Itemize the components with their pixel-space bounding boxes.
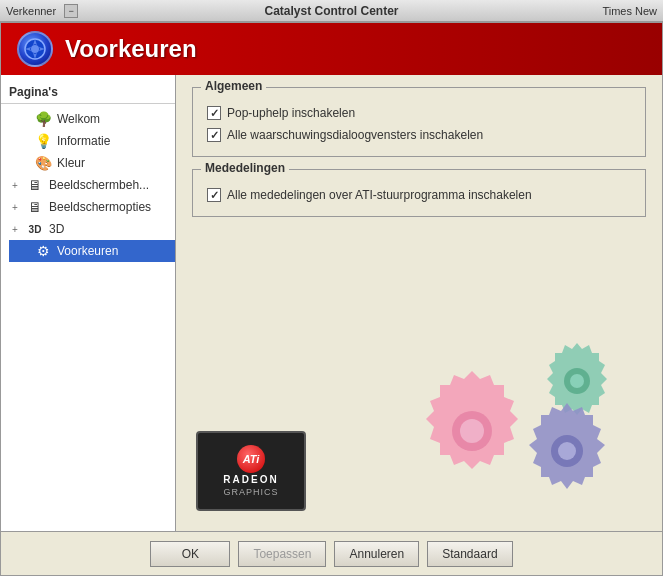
app-name: Verkenner [6, 5, 56, 17]
sidebar: Pagina's 🌳 Welkom 💡 Informatie 🎨 Kleur [1, 75, 176, 531]
main-window: Voorkeuren Pagina's 🌳 Welkom 💡 Informati… [0, 22, 663, 576]
algemeen-legend: Algemeen [201, 79, 266, 93]
beeldschermbeh-icon: 🖥 [27, 177, 43, 193]
mededelingen-legend: Mededelingen [201, 161, 289, 175]
checkbox-waarschuwing: Alle waarschuwingsdialoogvensters inscha… [207, 128, 631, 142]
font-name-label: Times New [602, 5, 657, 17]
expand-icon-beeldschermopties: + [9, 201, 21, 213]
checkbox-mededeling-label: Alle mededelingen over ATI-stuurprogramm… [227, 188, 532, 202]
sidebar-label-3d: 3D [49, 222, 64, 236]
content-area: Pagina's 🌳 Welkom 💡 Informatie 🎨 Kleur [1, 75, 662, 531]
graphics-label: GRAPHICS [223, 487, 278, 497]
svg-point-1 [31, 45, 39, 53]
title-bar: Verkenner − Catalyst Control Center Time… [0, 0, 663, 22]
sidebar-item-beeldschermopties[interactable]: + 🖥 Beeldschermopties [1, 196, 175, 218]
welkom-icon: 🌳 [35, 111, 51, 127]
mededelingen-section: Mededelingen Alle mededelingen over ATI-… [192, 169, 646, 217]
checkbox-popup-input[interactable] [207, 106, 221, 120]
main-panel: Algemeen Pop-uphelp inschakelen Alle waa… [176, 75, 662, 531]
voorkeuren-icon: ⚙ [35, 243, 51, 259]
checkbox-popup: Pop-uphelp inschakelen [207, 106, 631, 120]
header-icon [17, 31, 53, 67]
expand-icon-kleur [17, 157, 29, 169]
informatie-icon: 💡 [35, 133, 51, 149]
sidebar-label-informatie: Informatie [57, 134, 110, 148]
checkbox-popup-label: Pop-uphelp inschakelen [227, 106, 355, 120]
expand-icon-voorkeuren [17, 245, 29, 257]
checkbox-waarschuwing-label: Alle waarschuwingsdialoogvensters inscha… [227, 128, 483, 142]
font-label: Times New [602, 5, 657, 17]
checkbox-mededeling: Alle mededelingen over ATI-stuurprogramm… [207, 188, 631, 202]
title-bar-left: Verkenner − [6, 4, 78, 18]
sidebar-item-3d[interactable]: + 3D 3D [1, 218, 175, 240]
header-title: Voorkeuren [65, 35, 197, 63]
ok-button[interactable]: OK [150, 541, 230, 567]
radeon-label: RADEON [223, 474, 278, 485]
gears-illustration [382, 331, 642, 511]
footer: OK Toepassen Annuleren Standaard [1, 531, 662, 575]
sidebar-item-beeldschermbeh[interactable]: + 🖥 Beeldschermbeh... [1, 174, 175, 196]
sidebar-item-kleur[interactable]: 🎨 Kleur [9, 152, 175, 174]
3d-icon: 3D [27, 221, 43, 237]
expand-icon-3d: + [9, 223, 21, 235]
sidebar-item-welkom[interactable]: 🌳 Welkom [9, 108, 175, 130]
header-bar: Voorkeuren [1, 23, 662, 75]
default-button[interactable]: Standaard [427, 541, 512, 567]
sidebar-item-voorkeuren[interactable]: ⚙ Voorkeuren [9, 240, 175, 262]
beeldschermopties-icon: 🖥 [27, 199, 43, 215]
checkbox-waarschuwing-input[interactable] [207, 128, 221, 142]
cancel-button[interactable]: Annuleren [334, 541, 419, 567]
algemeen-section: Algemeen Pop-uphelp inschakelen Alle waa… [192, 87, 646, 157]
svg-point-3 [460, 419, 484, 443]
expand-icon-beeldschermbeh: + [9, 179, 21, 191]
svg-point-5 [570, 374, 584, 388]
minimize-button[interactable]: − [64, 4, 78, 18]
apply-button[interactable]: Toepassen [238, 541, 326, 567]
ati-circle-icon: ATi [237, 445, 265, 473]
checkbox-mededeling-input[interactable] [207, 188, 221, 202]
ati-logo: ATi RADEON GRAPHICS [196, 431, 306, 511]
expand-icon-informatie [17, 135, 29, 147]
kleur-icon: 🎨 [35, 155, 51, 171]
expand-icon-welkom [17, 113, 29, 125]
sidebar-label-voorkeuren: Voorkeuren [57, 244, 118, 258]
window-title: Catalyst Control Center [264, 4, 398, 18]
sidebar-label-kleur: Kleur [57, 156, 85, 170]
sidebar-label-beeldschermbeh: Beeldschermbeh... [49, 178, 149, 192]
sidebar-label-beeldschermopties: Beeldschermopties [49, 200, 151, 214]
sidebar-title: Pagina's [1, 81, 175, 104]
sidebar-label-welkom: Welkom [57, 112, 100, 126]
svg-point-7 [558, 442, 576, 460]
sidebar-item-informatie[interactable]: 💡 Informatie [9, 130, 175, 152]
